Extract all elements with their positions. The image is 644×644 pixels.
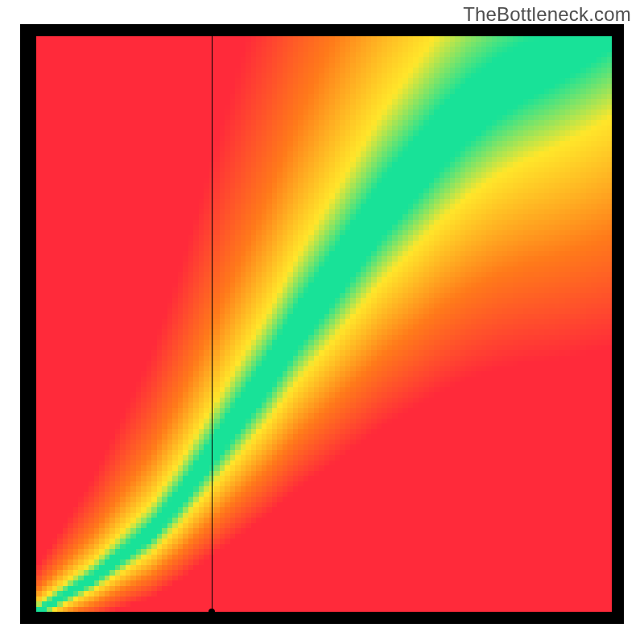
plot-frame [20,24,624,624]
watermark-text: TheBottleneck.com [463,3,631,26]
heatmap-canvas [36,36,612,612]
chart-stage: TheBottleneck.com [0,0,644,644]
axis-marker-dot [208,609,215,615]
heatmap-plot-area [36,36,612,612]
marker-vertical-line [212,36,213,612]
